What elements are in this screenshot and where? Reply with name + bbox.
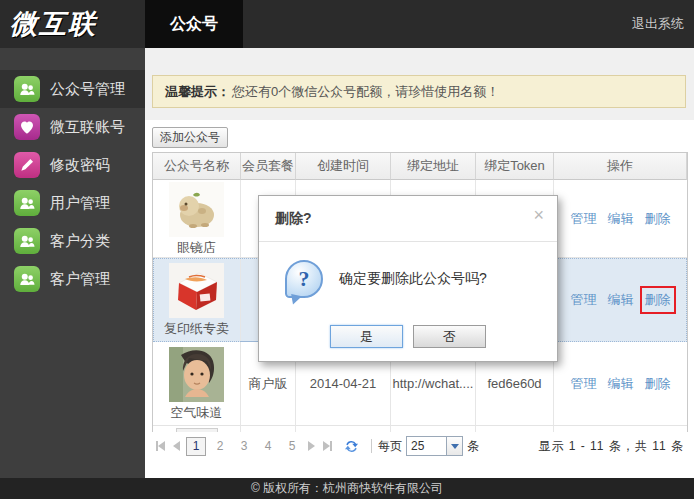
records-summary: 显示 1 - 11 条，共 11 条 [538, 438, 684, 455]
delete-confirm-dialog: 删除? × 确定要删除此公众号吗? 是 否 [258, 195, 558, 362]
divider [371, 439, 372, 453]
col-header-name[interactable]: 公众号名称 [153, 153, 241, 180]
sidebar-item-weihulian-account[interactable]: 微互联账号 [0, 108, 145, 146]
pig-figurine-image [169, 182, 224, 237]
quota-notice-banner: 温馨提示：您还有0个微信公众号配额，请珍惜使用名额！ [152, 75, 686, 108]
notice-prefix: 温馨提示： [165, 84, 230, 99]
users-icon [14, 228, 40, 254]
per-page-unit: 条 [467, 438, 479, 455]
footer: © 版权所有：杭州商快软件有限公司 [0, 478, 694, 499]
page-number[interactable]: 3 [234, 439, 254, 453]
app-window: 微互联 公众号 退出系统 公众号管理 微互联账号 修改密码 用 [0, 0, 694, 499]
last-page-icon[interactable] [323, 441, 332, 451]
sidebar-item-label: 客户分类 [50, 232, 110, 251]
first-page-icon[interactable] [156, 441, 165, 451]
dialog-footer: 是 否 [259, 325, 557, 348]
red-box-product-image [169, 263, 224, 318]
account-name: 眼镜店 [177, 240, 216, 255]
edit-link[interactable]: 编辑 [608, 291, 634, 309]
sidebar: 公众号管理 微互联账号 修改密码 用户管理 客户分类 [0, 48, 145, 478]
actions-cell: 管理 编辑 删除 [554, 180, 687, 258]
account-name-cell: 眼镜店 [153, 180, 241, 258]
edit-link[interactable]: 编辑 [608, 375, 634, 393]
notice-text: 您还有0个微信公众号配额，请珍惜使用名额！ [232, 84, 499, 99]
manage-link[interactable]: 管理 [571, 375, 597, 393]
heart-icon [14, 114, 40, 140]
users-icon [14, 76, 40, 102]
dialog-title: 删除? [275, 210, 312, 228]
manage-link[interactable]: 管理 [571, 291, 597, 309]
sidebar-item-label: 用户管理 [50, 194, 110, 213]
sidebar-item-label: 公众号管理 [50, 80, 125, 99]
per-page-value[interactable]: 25 [406, 436, 446, 456]
per-page-select[interactable]: 25 [406, 436, 463, 456]
dialog-body: 确定要删除此公众号吗? [259, 242, 557, 318]
sidebar-item-label: 修改密码 [50, 156, 110, 175]
table-header-row: 公众号名称 会员套餐 创建时间 绑定地址 绑定Token 操作 [153, 153, 687, 180]
account-name-cell: 空气味道 [153, 342, 241, 426]
prev-page-icon[interactable] [173, 441, 180, 451]
no-button[interactable]: 否 [413, 325, 486, 348]
page-number[interactable]: 2 [210, 439, 230, 453]
edit-link[interactable]: 编辑 [608, 210, 634, 228]
pencil-icon [14, 152, 40, 178]
topbar: 微互联 公众号 退出系统 [0, 0, 694, 48]
question-icon [285, 260, 323, 298]
delete-link[interactable]: 删除 [645, 375, 671, 393]
chevron-down-icon[interactable] [446, 436, 463, 456]
logout-link[interactable]: 退出系统 [632, 0, 684, 48]
account-name: 空气味道 [171, 405, 223, 420]
col-header-created[interactable]: 创建时间 [296, 153, 391, 180]
col-header-actions: 操作 [554, 153, 687, 180]
dialog-header[interactable]: 删除? × [259, 196, 557, 241]
sidebar-item-label: 微互联账号 [50, 118, 125, 137]
add-public-account-button[interactable]: 添加公众号 [152, 127, 228, 148]
sidebar-item-customer-category[interactable]: 客户分类 [0, 222, 145, 260]
page-number[interactable]: 5 [282, 439, 302, 453]
sidebar-item-label: 客户管理 [50, 270, 110, 289]
account-name-cell: 复印纸专卖 [153, 258, 241, 342]
actions-cell: 管理 编辑 删除 [554, 342, 687, 426]
col-header-token[interactable]: 绑定Token [476, 153, 554, 180]
next-page-icon[interactable] [308, 441, 315, 451]
users-icon [14, 190, 40, 216]
app-logo: 微互联 [10, 6, 140, 42]
yes-button[interactable]: 是 [330, 325, 403, 348]
users-icon [14, 266, 40, 292]
close-icon[interactable]: × [533, 206, 544, 224]
sidebar-item-customer-management[interactable]: 客户管理 [0, 260, 145, 298]
account-name: 复印纸专卖 [164, 321, 229, 336]
delete-link-highlighted[interactable]: 删除 [645, 291, 671, 309]
sidebar-item-account-management[interactable]: 公众号管理 [0, 70, 145, 108]
manage-link[interactable]: 管理 [571, 210, 597, 228]
delete-link[interactable]: 删除 [645, 210, 671, 228]
dialog-message: 确定要删除此公众号吗? [339, 270, 487, 288]
actions-cell: 管理 编辑 删除 [554, 258, 687, 342]
sidebar-item-change-password[interactable]: 修改密码 [0, 146, 145, 184]
page-number-current[interactable]: 1 [186, 437, 206, 456]
copyright-text: © 版权所有：杭州商快软件有限公司 [251, 481, 443, 495]
portrait-photo-image [169, 347, 224, 402]
tab-public-account[interactable]: 公众号 [145, 0, 243, 48]
sidebar-item-user-management[interactable]: 用户管理 [0, 184, 145, 222]
refresh-icon[interactable] [344, 439, 359, 454]
per-page-label: 每页 [378, 438, 402, 455]
col-header-plan[interactable]: 会员套餐 [241, 153, 296, 180]
pagination-bar: 1 2 3 4 5 每页 25 条 显示 1 - 11 条，共 11 条 [152, 432, 688, 460]
col-header-url[interactable]: 绑定地址 [391, 153, 476, 180]
page-number[interactable]: 4 [258, 439, 278, 453]
